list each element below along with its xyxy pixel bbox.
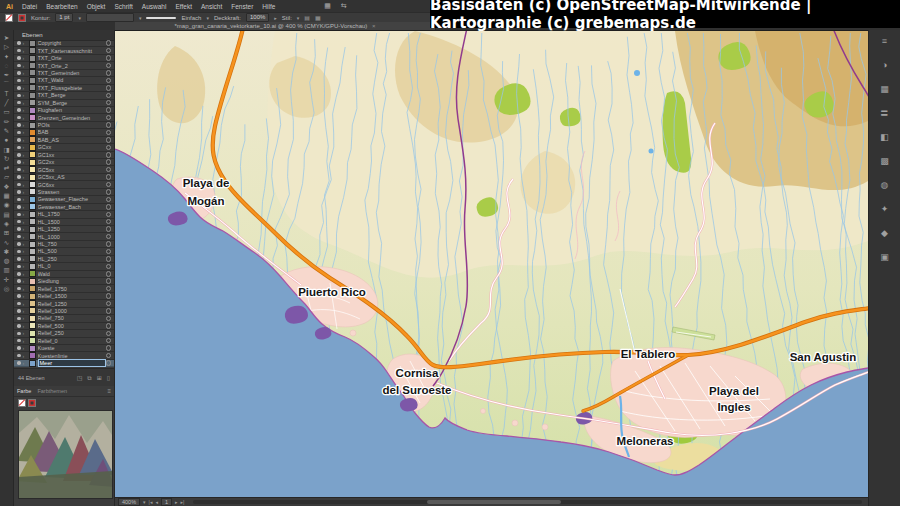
layer-target-icon[interactable] — [106, 301, 112, 307]
visibility-toggle-icon[interactable] — [17, 123, 21, 127]
layer-target-icon[interactable] — [106, 219, 112, 225]
last-artboard-icon[interactable]: ▸| — [181, 499, 185, 505]
expand-arrow-icon[interactable]: › — [23, 174, 27, 180]
visibility-toggle-icon[interactable] — [17, 346, 21, 350]
visibility-toggle-icon[interactable] — [17, 94, 21, 98]
expand-arrow-icon[interactable]: › — [23, 77, 27, 83]
symbol-sprayer-tool-icon[interactable]: ⊞ — [4, 228, 9, 237]
brush-dropdown[interactable] — [86, 13, 134, 22]
artboard-field[interactable]: 1 — [161, 498, 172, 506]
paintbrush-tool-icon[interactable]: ✏ — [4, 117, 9, 126]
magic-wand-tool-icon[interactable]: ✦ — [4, 52, 9, 61]
expand-arrow-icon[interactable]: › — [23, 40, 27, 46]
expand-arrow-icon[interactable]: › — [23, 271, 27, 277]
expand-arrow-icon[interactable]: › — [23, 189, 27, 195]
layer-target-icon[interactable] — [106, 174, 112, 180]
visibility-toggle-icon[interactable] — [17, 265, 21, 269]
opacity-field[interactable]: 100% — [246, 13, 269, 22]
visibility-toggle-icon[interactable] — [17, 324, 21, 328]
panel-graphic-styles-icon[interactable]: ✦ — [881, 204, 889, 214]
layer-target-icon[interactable] — [106, 316, 112, 322]
expand-arrow-icon[interactable]: › — [23, 248, 27, 254]
shape-builder-tool-icon[interactable]: ▱ — [4, 172, 9, 181]
perspective-grid-tool-icon[interactable]: ❖ — [4, 182, 10, 191]
layer-target-icon[interactable] — [106, 152, 112, 158]
color-spectrum[interactable] — [18, 410, 113, 499]
slice-tool-icon[interactable]: ✱ — [4, 247, 9, 256]
expand-arrow-icon[interactable]: › — [23, 70, 27, 76]
visibility-toggle-icon[interactable] — [17, 146, 21, 150]
pencil-tool-icon[interactable]: ✎ — [4, 126, 9, 135]
visibility-toggle-icon[interactable] — [17, 131, 21, 135]
panel-color-icon[interactable]: ◑ — [882, 60, 887, 70]
expand-arrow-icon[interactable]: › — [23, 278, 27, 284]
menu-auswahl[interactable]: Auswahl — [142, 3, 167, 10]
panel-gradient-icon[interactable]: ◧ — [880, 132, 889, 142]
expand-arrow-icon[interactable]: › — [23, 338, 27, 344]
expand-arrow-icon[interactable]: › — [23, 137, 27, 143]
scrollbar-thumb[interactable] — [427, 500, 561, 504]
expand-arrow-icon[interactable]: › — [23, 122, 27, 128]
expand-arrow-icon[interactable]: › — [23, 115, 27, 121]
visibility-toggle-icon[interactable] — [17, 361, 21, 365]
visibility-toggle-icon[interactable] — [17, 198, 21, 202]
expand-arrow-icon[interactable]: › — [23, 293, 27, 299]
zoom-caret-icon[interactable]: ▾ — [143, 499, 146, 505]
panel-artboards-icon[interactable]: ▣ — [880, 252, 889, 262]
blend-tool-icon[interactable]: ◈ — [4, 219, 9, 228]
layer-target-icon[interactable] — [106, 189, 112, 195]
layer-target-icon[interactable] — [106, 55, 112, 61]
expand-arrow-icon[interactable]: › — [23, 129, 27, 135]
visibility-toggle-icon[interactable] — [17, 79, 21, 83]
panel-transparency-icon[interactable]: ▩ — [880, 156, 889, 166]
menu-bearbeiten[interactable]: Bearbeiten — [46, 3, 77, 10]
visibility-toggle-icon[interactable] — [17, 294, 21, 298]
fill-swatch[interactable] — [18, 399, 26, 407]
rotate-tool-icon[interactable]: ↻ — [4, 154, 9, 163]
expand-arrow-icon[interactable]: › — [23, 330, 27, 336]
expand-arrow-icon[interactable]: › — [23, 226, 27, 232]
delete-layer-icon[interactable]: ▯ — [107, 375, 110, 381]
rectangle-tool-icon[interactable]: ▭ — [3, 107, 9, 116]
expand-arrow-icon[interactable]: › — [23, 286, 27, 292]
visibility-toggle-icon[interactable] — [17, 250, 21, 254]
layer-target-icon[interactable] — [106, 93, 112, 99]
menu-objekt[interactable]: Objekt — [87, 3, 106, 10]
layer-row-meer[interactable]: ›Meer — [14, 360, 114, 367]
layer-target-icon[interactable] — [106, 182, 112, 188]
layer-target-icon[interactable] — [106, 360, 112, 366]
tab-farbe[interactable]: Farbe — [17, 388, 31, 394]
eyedropper-tool-icon[interactable]: ▤ — [3, 210, 9, 219]
visibility-toggle-icon[interactable] — [17, 56, 21, 60]
expand-arrow-icon[interactable]: › — [23, 159, 27, 165]
layer-target-icon[interactable] — [106, 241, 112, 247]
expand-arrow-icon[interactable]: › — [23, 92, 27, 98]
visibility-toggle-icon[interactable] — [17, 71, 21, 75]
layer-target-icon[interactable] — [106, 226, 112, 232]
visibility-toggle-icon[interactable] — [17, 287, 21, 291]
layer-target-icon[interactable] — [106, 70, 112, 76]
menu-fenster[interactable]: Fenster — [231, 3, 253, 10]
line-segment-tool-icon[interactable]: ╱ — [5, 98, 9, 107]
direct-selection-tool-icon[interactable]: ▷ — [4, 42, 9, 51]
expand-arrow-icon[interactable]: › — [23, 323, 27, 329]
free-transform-tool-icon[interactable]: ⇄ — [4, 163, 9, 172]
layer-target-icon[interactable] — [106, 293, 112, 299]
layer-target-icon[interactable] — [106, 345, 112, 351]
menu-hilfe[interactable]: Hilfe — [262, 3, 275, 10]
zoom-tool-icon[interactable]: ◎ — [4, 284, 10, 293]
expand-arrow-icon[interactable]: › — [23, 263, 27, 269]
layer-target-icon[interactable] — [106, 338, 112, 344]
arrange-documents-icon[interactable]: ⇆ — [341, 2, 347, 10]
visibility-toggle-icon[interactable] — [17, 309, 21, 313]
lasso-tool-icon[interactable]: ◌ — [5, 61, 9, 70]
layer-target-icon[interactable] — [106, 308, 112, 314]
type-tool-icon[interactable]: T — [5, 89, 9, 98]
menu-effekt[interactable]: Effekt — [175, 3, 192, 10]
layer-target-icon[interactable] — [106, 256, 112, 262]
visibility-toggle-icon[interactable] — [17, 354, 21, 358]
hand-tool-icon[interactable]: ◍ — [4, 256, 10, 265]
visibility-toggle-icon[interactable] — [17, 41, 21, 45]
expand-arrow-icon[interactable]: › — [23, 204, 27, 210]
expand-arrow-icon[interactable]: › — [23, 85, 27, 91]
